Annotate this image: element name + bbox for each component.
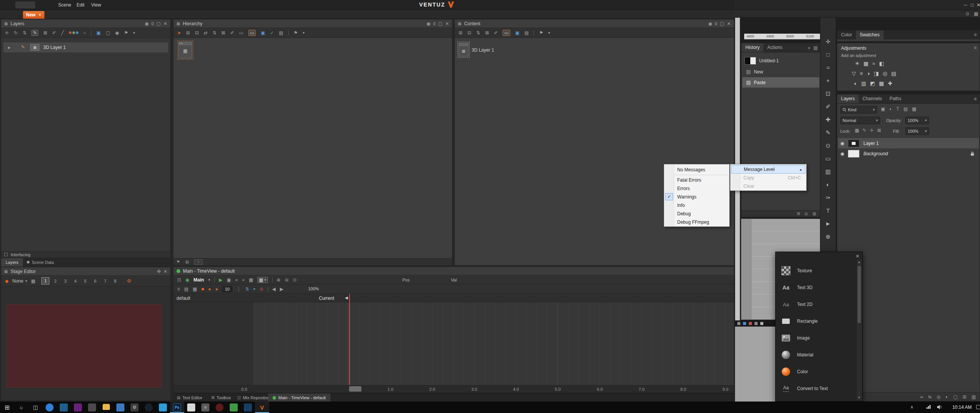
taskbar-settings[interactable]: ⚙ [127, 402, 142, 413]
filter-adjustment-icon[interactable]: ◐ [889, 107, 892, 111]
tab-layers[interactable]: Layers [1, 258, 23, 267]
tab-main-timeview[interactable]: Main - TimeView - default [268, 393, 330, 402]
add-node-icon[interactable]: ⊞ [459, 31, 462, 35]
stage-slot-2[interactable]: 2 [51, 279, 59, 283]
create-item-image[interactable]: Image [777, 330, 856, 346]
history-item-paste[interactable]: ▤ Paste [742, 77, 819, 88]
stage-canvas[interactable] [1, 286, 170, 400]
lock-position-icon[interactable]: ✛ [870, 128, 874, 133]
panel-menu-icon[interactable]: ≡ [974, 33, 977, 37]
layer-mask-icon[interactable]: ◎ [937, 395, 941, 399]
search-button[interactable]: ○ [14, 402, 28, 413]
interfacing-checkbox[interactable] [4, 253, 8, 256]
dodge-tool-icon[interactable]: ◐ [820, 178, 836, 191]
menu-item-errors[interactable]: Errors [664, 184, 729, 193]
search-icon[interactable]: ⊙ [965, 11, 969, 16]
lock-pixels-icon[interactable]: ✎ [862, 128, 866, 133]
hierarchy-header[interactable]: ▦ Hierarchy ◉ 0 ▢ ✕ [173, 20, 452, 28]
task-view-button[interactable]: ◫ [28, 402, 42, 413]
rows-icon[interactable]: ▤ [524, 31, 529, 35]
snap-dropdown[interactable]: ▦ ▾ [257, 277, 268, 283]
chevron-down-icon[interactable]: ▾ [303, 31, 305, 35]
playhead[interactable] [349, 294, 350, 385]
filter-tab[interactable]: ⊦ [194, 259, 203, 265]
content-header[interactable]: ▦ Content ◉ 0 ▢ ✕ [455, 20, 734, 28]
eraser-tool-icon[interactable]: ▭ [820, 152, 836, 165]
frame-tool-icon[interactable]: ⊡ [820, 87, 836, 100]
lock-icon[interactable]: ⊠ [485, 31, 489, 35]
visibility-icon[interactable]: ◉ [115, 31, 119, 35]
tab-toolbox[interactable]: ⊞ Toolbox [211, 393, 231, 402]
stage-slot-8[interactable]: 8 [111, 279, 119, 283]
create-item-material[interactable]: Material [777, 347, 856, 363]
taskbar-app-icon[interactable] [212, 402, 227, 413]
threshold-icon[interactable]: ◩ [870, 81, 875, 86]
stop-icon[interactable]: ▣ [227, 278, 231, 282]
zoom-tool-icon[interactable]: ⊕ [820, 230, 836, 243]
menu-icon[interactable]: ≡ [177, 287, 180, 291]
hierarchy-canvas[interactable]: ▦ [173, 38, 452, 258]
frame-icon[interactable]: ▢ [106, 31, 110, 35]
layer-style-fx-icon[interactable]: fx [928, 395, 932, 399]
exposure-icon[interactable]: ◧ [879, 61, 884, 66]
create-item-convert-to-text[interactable]: Aa Convert to Text [777, 380, 856, 397]
status-icon[interactable] [760, 322, 763, 325]
invert-icon[interactable]: ◐ [854, 81, 857, 86]
flag-icon[interactable]: ⚑ [176, 260, 180, 264]
network-icon[interactable] [926, 405, 931, 409]
tab-color[interactable]: Color [837, 31, 856, 39]
visibility-eye-icon[interactable]: ◉ [840, 141, 844, 146]
tray-collapse-chevron[interactable]: ∧ [910, 405, 913, 410]
stage-slot-7[interactable]: 7 [101, 279, 109, 283]
filter-smart-icon[interactable]: ▦ [912, 107, 916, 111]
create-item-texture[interactable]: Texture [777, 263, 856, 279]
rows-icon[interactable]: ▤ [279, 31, 283, 35]
texture-icon[interactable]: ▣ [96, 31, 101, 35]
create-item-text2d[interactable]: Aa Text 2D [777, 296, 856, 312]
status-icon[interactable] [737, 322, 740, 325]
bomb-icon[interactable]: ● [208, 287, 211, 291]
hierarchy-node-3d-layer[interactable]: ▦ [178, 42, 192, 59]
step-forward-icon[interactable]: ▶ [280, 287, 283, 291]
message-eye-icon[interactable]: ◉ [708, 21, 712, 26]
taskbar-app-icon[interactable] [85, 402, 99, 413]
menu-item-warnings[interactable]: Warnings [664, 193, 729, 201]
menu-item-clear[interactable]: Clear [730, 182, 806, 190]
panel-close-icon[interactable]: ✕ [163, 269, 167, 274]
reorder-icon[interactable]: ⇅ [476, 31, 480, 35]
taskbar-app-icon[interactable] [184, 402, 198, 413]
layer-name[interactable]: Layer 1 [863, 141, 879, 146]
pin-icon[interactable]: ✜ [157, 269, 161, 274]
layer-label[interactable]: 3D Layer 1 [43, 45, 66, 50]
gradient-tool-icon[interactable]: ▥ [820, 165, 836, 178]
move-tool-icon[interactable]: ✛ [820, 35, 836, 48]
new-document-from-state-icon[interactable]: ⊞ [797, 212, 800, 216]
stage-gear-icon[interactable]: ⚙ [127, 278, 131, 283]
opacity-value[interactable]: 100% ▾ [905, 117, 929, 124]
filter-image-icon[interactable]: ▣ [881, 107, 885, 111]
brush-tool-icon[interactable]: ✎ [820, 126, 836, 139]
snapshot-camera-icon[interactable]: ◎ [805, 212, 808, 216]
bomb-icon[interactable]: ● [215, 287, 218, 291]
chevron-down-icon[interactable]: ▾ [548, 31, 550, 35]
scene-tab-close-icon[interactable]: × [39, 12, 41, 18]
collapse-panel-icon[interactable]: » [808, 46, 810, 50]
stage-slot-4[interactable]: 4 [71, 279, 79, 283]
taskbar-app-visual-studio[interactable] [71, 402, 85, 413]
lock-all-icon[interactable]: ⊠ [877, 128, 881, 133]
action-center-icon[interactable] [976, 405, 980, 409]
tab-channels[interactable]: Channels [859, 94, 886, 103]
selective-color-icon[interactable]: ✚ [888, 81, 892, 86]
clone-stamp-tool-icon[interactable]: ⊙ [820, 139, 836, 152]
stage-slot-5[interactable]: 5 [81, 279, 89, 283]
taskbar-app-icon[interactable]: ≡ [198, 402, 212, 413]
stage-grid-icon[interactable]: ▦ [31, 279, 35, 283]
menu-item-debug-ffmpeg[interactable]: Debug FFmpeg [664, 218, 729, 226]
page-icon[interactable]: ▤ [185, 260, 189, 264]
sort-icon[interactable]: ⇅ [245, 287, 249, 291]
status-icon[interactable] [749, 322, 752, 325]
fill-value[interactable]: 100% ▾ [905, 127, 929, 135]
color-balance-icon[interactable]: ◑ [867, 71, 870, 76]
menu-item-fatal-errors[interactable]: Fatal Errors [664, 176, 729, 184]
lock-icon[interactable]: ⊠ [221, 31, 225, 35]
